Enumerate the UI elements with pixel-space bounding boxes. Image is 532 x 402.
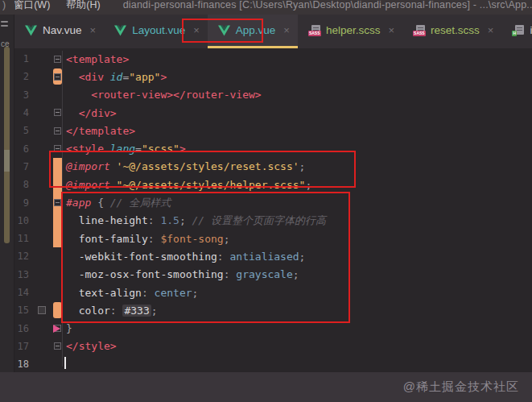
fold-toggle-icon[interactable] (54, 73, 61, 81)
annotation-rect-tab (182, 19, 263, 43)
color-preview-swatch[interactable] (38, 306, 46, 314)
left-toolwindow-strip: ce (0, 15, 14, 372)
code-line-3[interactable]: 3 <router-view></router-view> (14, 86, 532, 104)
line-number: 3 (14, 89, 32, 101)
fold-toggle-icon[interactable] (54, 56, 61, 63)
tab-close-icon[interactable]: × (90, 24, 97, 36)
annotation-rect-app-rule (61, 192, 350, 323)
tab-label: reset.scss (431, 24, 480, 36)
code-line-2[interactable]: 2 <div id="app"> (14, 68, 532, 85)
line-number: 4 (14, 107, 32, 118)
tab-label: helper.scss (326, 24, 381, 36)
scrollbar-thumb[interactable] (4, 47, 10, 243)
ide-window: ) 窗口(W) 帮助(H) diandi-personal-finances [… (0, 0, 532, 402)
tab-reset-scss[interactable]: SASSreset.scss× (402, 15, 501, 48)
line-number: 5 (14, 125, 32, 136)
tab-helper-scss[interactable]: SASShelper.scss× (298, 15, 402, 48)
watermark-text: @稀土掘金技术社区 (403, 379, 532, 395)
fold-toggle-icon[interactable] (54, 109, 61, 116)
menu-item-window[interactable]: 窗口(W) (6, 0, 58, 12)
line-number: 14 (14, 287, 32, 298)
fold-toggle-icon[interactable] (54, 199, 61, 206)
title-bar: ) 窗口(W) 帮助(H) diandi-personal-finances [… (0, 0, 532, 15)
tab-index-html[interactable]: Hindex.html× (501, 15, 532, 48)
line-number: 1 (14, 53, 32, 64)
code-text: </style> (66, 340, 117, 352)
line-number: 7 (14, 161, 32, 172)
code-line-17[interactable]: 17</style> (14, 338, 532, 355)
tab-close-icon[interactable]: × (388, 24, 394, 36)
line-number: 18 (14, 358, 32, 370)
fold-toggle-icon[interactable] (54, 342, 61, 350)
toolwindow-icon[interactable] (1, 21, 8, 29)
line-number: 2 (14, 71, 32, 82)
sass-file-icon: SASS (308, 25, 320, 36)
editor-tab-bar: Nav.vue×Layout.vue×App.vue×SASShelper.sc… (14, 15, 532, 48)
code-line-1[interactable]: 1<template> (14, 50, 532, 68)
line-number: 15 (14, 305, 32, 316)
line-number: 8 (14, 179, 32, 190)
fold-toggle-icon[interactable] (54, 127, 61, 135)
partial-menu-glyph: ) (0, 0, 6, 12)
line-number: 12 (14, 251, 32, 262)
line-number: 11 (14, 233, 32, 244)
bottom-strip: @稀土掘金技术社区 (0, 372, 532, 402)
tab-close-icon[interactable]: × (488, 24, 494, 36)
code-line-18[interactable]: 18 (14, 355, 532, 372)
code-line-5[interactable]: 5</template> (14, 122, 532, 139)
line-number: 13 (14, 269, 32, 280)
tab-nav-vue[interactable]: Nav.vue× (14, 15, 104, 48)
code-line-4[interactable]: 4 </div> (14, 104, 532, 122)
line-number: 17 (14, 341, 32, 352)
tab-close-icon[interactable]: × (283, 24, 290, 36)
vue-icon (114, 25, 126, 36)
vue-icon (25, 25, 37, 36)
sass-file-icon: SASS (413, 25, 425, 36)
annotation-rect-imports (49, 151, 356, 188)
window-title: diandi-personal-finances [C:\Users\Ryan\… (123, 0, 532, 12)
tab-label: Nav.vue (43, 24, 82, 36)
line-number: 16 (14, 323, 32, 334)
text-caret (64, 357, 66, 369)
line-number: 10 (14, 215, 32, 226)
menu-item-help[interactable]: 帮助(H) (58, 0, 108, 12)
tab-label: Layout.vue (132, 24, 185, 36)
code-text: </div> (66, 107, 117, 119)
code-text: <div id="app"> (66, 71, 167, 83)
line-number: 9 (14, 197, 32, 209)
code-text: <router-view></router-view> (66, 89, 262, 101)
line-number: 6 (14, 143, 32, 155)
code-text: } (66, 322, 72, 334)
code-text: <template> (66, 53, 129, 65)
html-file-icon: H (512, 25, 524, 36)
code-text: </template> (66, 125, 135, 137)
gutter-arrow-marker (53, 325, 60, 333)
